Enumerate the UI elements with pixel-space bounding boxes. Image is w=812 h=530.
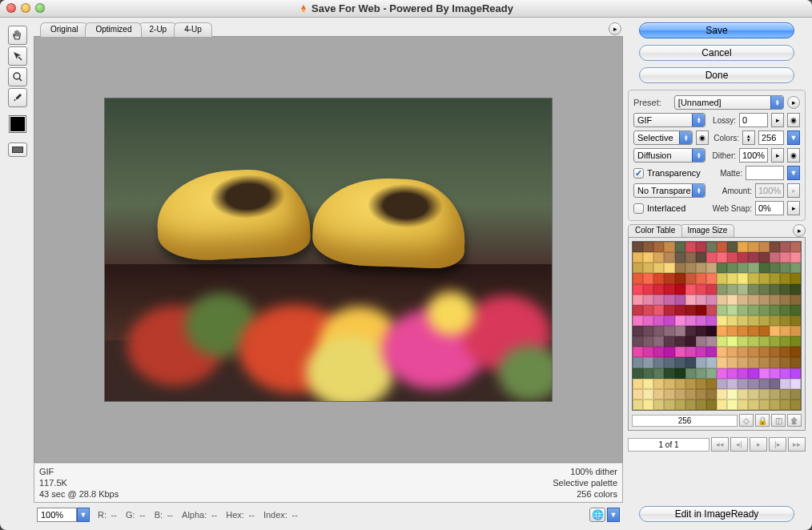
color-swatch[interactable] <box>790 252 801 263</box>
color-swatch[interactable] <box>685 284 696 295</box>
color-swatch[interactable] <box>696 336 706 347</box>
color-swatch[interactable] <box>759 347 770 357</box>
color-swatch[interactable] <box>643 368 653 379</box>
websnap-input[interactable]: 0% <box>755 201 784 215</box>
color-swatch[interactable] <box>633 242 643 252</box>
color-swatch[interactable] <box>759 326 770 336</box>
color-swatch[interactable] <box>643 273 653 283</box>
color-swatch[interactable] <box>675 242 685 252</box>
format-popup[interactable]: GIF▴▾ <box>633 113 705 127</box>
color-swatch[interactable] <box>643 305 653 315</box>
color-swatch[interactable] <box>790 263 801 273</box>
color-swatch[interactable] <box>748 336 758 347</box>
color-swatch[interactable] <box>780 389 790 400</box>
color-swatch[interactable] <box>759 400 770 410</box>
color-swatch[interactable] <box>675 305 685 315</box>
color-swatch[interactable] <box>727 284 738 295</box>
color-swatch[interactable] <box>696 263 706 273</box>
color-swatch[interactable] <box>780 252 790 263</box>
color-swatch[interactable] <box>748 295 758 305</box>
color-swatch[interactable] <box>780 305 790 315</box>
color-swatch[interactable] <box>738 336 748 347</box>
color-swatch[interactable] <box>664 389 674 400</box>
color-swatch[interactable] <box>653 326 664 336</box>
zoom-level-select[interactable]: ▼ <box>37 508 90 522</box>
color-swatch[interactable] <box>717 284 727 295</box>
delete-color-button[interactable]: 🗑 <box>787 414 802 427</box>
color-swatch[interactable] <box>738 252 748 263</box>
dither-input[interactable]: 100% <box>739 148 768 163</box>
color-swatch[interactable] <box>717 263 727 273</box>
color-swatch[interactable] <box>664 379 674 389</box>
cancel-button[interactable]: Cancel <box>639 45 794 61</box>
color-swatch[interactable] <box>653 273 664 283</box>
color-swatch[interactable] <box>727 273 738 283</box>
color-swatch[interactable] <box>770 336 780 347</box>
color-swatch[interactable] <box>759 368 770 379</box>
color-swatch[interactable] <box>780 263 790 273</box>
color-swatch[interactable] <box>664 295 674 305</box>
color-swatch[interactable] <box>770 273 780 283</box>
color-swatch[interactable] <box>675 379 685 389</box>
color-swatch[interactable] <box>780 357 790 367</box>
color-swatch[interactable] <box>727 263 738 273</box>
color-swatch[interactable] <box>780 242 790 252</box>
color-swatch[interactable] <box>696 273 706 283</box>
color-swatch[interactable] <box>748 252 758 263</box>
zoom-tool[interactable] <box>8 67 27 86</box>
color-table-grid[interactable] <box>632 241 802 411</box>
color-swatch[interactable] <box>643 242 653 252</box>
websnap-slider-button[interactable]: ▸ <box>787 201 800 215</box>
color-swatch[interactable] <box>738 305 748 315</box>
tab-optimized[interactable]: Optimized <box>85 22 142 37</box>
color-reduction-popup[interactable]: Selective▴▾ <box>633 130 693 145</box>
color-swatch[interactable] <box>675 252 685 263</box>
lossy-mask-button[interactable]: ◉ <box>787 113 800 127</box>
color-swatch[interactable] <box>748 389 758 400</box>
color-swatch[interactable] <box>759 273 770 283</box>
color-swatch[interactable] <box>664 252 674 263</box>
color-swatch[interactable] <box>675 263 685 273</box>
color-swatch[interactable] <box>770 295 780 305</box>
color-swatch[interactable] <box>696 315 706 326</box>
color-swatch[interactable] <box>664 305 674 315</box>
optimize-menu-button[interactable]: ▸ <box>787 96 800 109</box>
transparency-checkbox[interactable]: ✓ <box>633 168 644 179</box>
color-swatch[interactable] <box>717 368 727 379</box>
color-swatch[interactable] <box>706 379 717 389</box>
preset-popup[interactable]: [Unnamed]▴▾ <box>674 95 784 110</box>
color-swatch[interactable] <box>759 284 770 295</box>
color-swatch[interactable] <box>790 305 801 315</box>
color-swatch[interactable] <box>706 273 717 283</box>
minimize-window-button[interactable] <box>21 3 30 13</box>
color-swatch[interactable] <box>780 273 790 283</box>
color-swatch[interactable] <box>643 326 653 336</box>
color-swatch[interactable] <box>759 315 770 326</box>
preview-menu-button[interactable]: ▸ <box>609 22 621 35</box>
color-swatch[interactable] <box>633 252 643 263</box>
color-swatch[interactable] <box>664 336 674 347</box>
color-swatch[interactable] <box>706 315 717 326</box>
color-swatch[interactable] <box>643 336 653 347</box>
color-swatch[interactable] <box>790 347 801 357</box>
color-swatch[interactable] <box>685 336 696 347</box>
color-swatch[interactable] <box>759 336 770 347</box>
color-swatch[interactable] <box>633 357 643 367</box>
color-swatch[interactable] <box>633 273 643 283</box>
tab-image-size[interactable]: Image Size <box>680 224 734 237</box>
color-swatch[interactable] <box>653 336 664 347</box>
interlaced-checkbox[interactable] <box>633 203 644 214</box>
color-swatch[interactable] <box>685 389 696 400</box>
save-button[interactable]: Save <box>639 22 794 38</box>
color-swatch[interactable] <box>770 379 780 389</box>
color-swatch[interactable] <box>748 315 758 326</box>
color-swatch[interactable] <box>696 400 706 410</box>
tab-4up[interactable]: 4-Up <box>174 22 212 37</box>
color-swatch[interactable] <box>770 368 780 379</box>
color-swatch[interactable] <box>717 242 727 252</box>
color-swatch[interactable] <box>675 368 685 379</box>
color-swatch[interactable] <box>759 295 770 305</box>
color-swatch[interactable] <box>748 284 758 295</box>
color-swatch[interactable] <box>696 347 706 357</box>
eyedropper-color-swatch[interactable] <box>9 115 26 133</box>
